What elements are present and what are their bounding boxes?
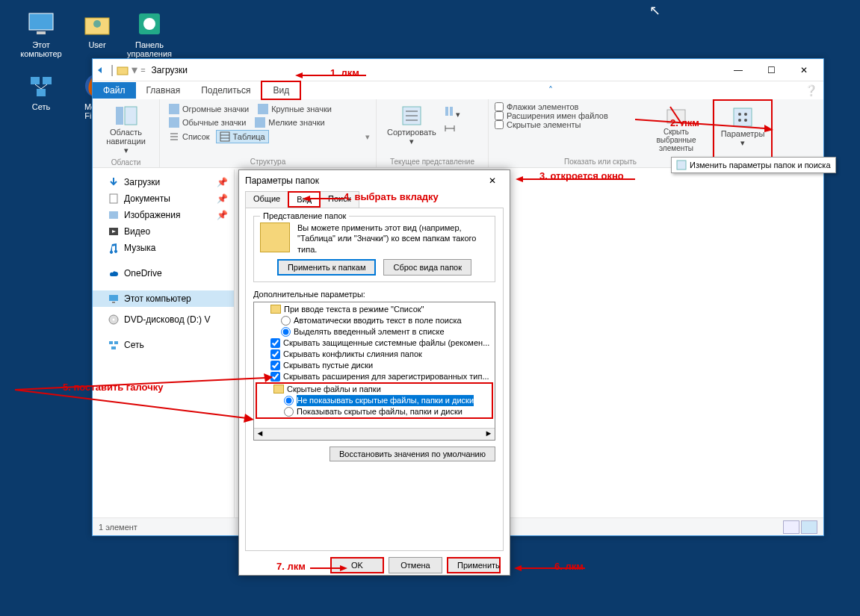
nav-dvd[interactable]: DVD-дисковод (D:) V <box>93 311 234 328</box>
view-details-icon[interactable] <box>783 520 799 534</box>
svg-rect-46 <box>112 302 115 303</box>
reset-folders-button[interactable]: Сброс вида папок <box>383 259 471 276</box>
restore-defaults-button[interactable]: Восстановить значения по умолчанию <box>330 447 495 461</box>
desktop-icon-control-panel[interactable]: Панель управления <box>123 9 176 58</box>
layout-list[interactable]: Список <box>166 131 213 143</box>
check-extensions[interactable]: Расширения имен файлов <box>495 111 646 120</box>
layout-large[interactable]: Крупные значки <box>255 103 335 115</box>
dialog-titlebar: Параметры папок ✕ <box>239 170 510 191</box>
adv-radio-select-typed[interactable]: Выделять введенный элемент в списке <box>254 326 495 337</box>
folder-mini-icon <box>273 385 284 393</box>
desktop-icon-label: Этот компьютер <box>15 40 67 58</box>
svg-point-3 <box>93 20 101 28</box>
svg-rect-30 <box>450 107 453 116</box>
back-forward-icon[interactable] <box>96 64 108 76</box>
layout-huge[interactable]: Огромные значки <box>166 103 252 115</box>
hide-icon <box>664 104 688 128</box>
nav-network[interactable]: Сеть <box>93 337 234 353</box>
svg-rect-42 <box>109 211 118 219</box>
adv-radio-show-hidden[interactable]: Показывать скрытые файлы, папки и диски <box>257 406 492 417</box>
apply-button[interactable]: Применить <box>447 557 501 573</box>
tab-share[interactable]: Поделиться <box>191 82 261 99</box>
options-tooltip: Изменить параметры папок и поиска <box>671 157 836 173</box>
dialog-tab-search[interactable]: Поиск <box>320 191 359 208</box>
scrollbar-horizontal[interactable]: ◄► <box>254 428 495 440</box>
adv-radio-auto-search[interactable]: Автоматически вводить текст в поле поиск… <box>254 315 495 326</box>
options-icon <box>731 105 755 129</box>
check-hidden[interactable]: Скрытые элементы <box>495 120 646 129</box>
downloads-icon <box>108 176 120 188</box>
nav-documents[interactable]: Документы📌 <box>93 190 234 207</box>
svg-marker-66 <box>514 565 522 571</box>
help-icon[interactable]: ❔ <box>805 84 817 96</box>
adv-check-hide-merge[interactable]: Скрывать конфликты слияния папок <box>254 349 495 360</box>
apply-to-folders-button[interactable]: Применить к папкам <box>277 259 377 276</box>
svg-rect-8 <box>37 89 46 96</box>
options-button[interactable]: Параметры▾ <box>720 104 765 149</box>
desktop-icon-label: User <box>71 40 123 49</box>
hide-selected-button[interactable]: Скрыть выбранные элементы <box>646 102 706 156</box>
user-folder-icon <box>82 9 112 39</box>
nav-music[interactable]: Музыка <box>93 240 234 256</box>
svg-rect-12 <box>117 67 128 75</box>
add-columns-icon[interactable]: ▾ <box>444 105 460 119</box>
expand-ribbon-icon[interactable]: ˄ <box>548 85 557 96</box>
tab-view[interactable]: Вид <box>261 81 301 100</box>
svg-rect-18 <box>255 117 265 128</box>
status-text: 1 элемент <box>99 523 137 532</box>
adv-check-hide-ext[interactable]: Скрывать расширения для зарегистрированн… <box>254 371 495 382</box>
view-large-icon[interactable] <box>801 520 817 534</box>
svg-rect-13 <box>116 107 123 125</box>
svg-rect-36 <box>734 108 752 126</box>
folder-mini-icon <box>270 305 281 314</box>
ok-button[interactable]: OK <box>330 557 384 573</box>
adv-check-hide-empty[interactable]: Скрывать пустые диски <box>254 360 495 371</box>
svg-rect-7 <box>43 77 52 84</box>
svg-rect-49 <box>109 341 113 344</box>
advanced-settings-list[interactable]: При вводе текста в режиме "Список" Автом… <box>253 302 495 441</box>
layout-table[interactable]: Таблица <box>216 130 269 143</box>
cursor-icon: ↖ <box>649 2 661 19</box>
dialog-close-button[interactable]: ✕ <box>481 172 504 189</box>
adv-radio-dont-show-hidden[interactable]: Не показывать скрытые файлы, папки и дис… <box>257 395 492 406</box>
network-icon <box>108 339 120 351</box>
nav-this-pc[interactable]: Этот компьютер <box>93 290 234 307</box>
computer-icon <box>108 293 120 305</box>
dialog-tab-view[interactable]: Вид <box>288 191 321 208</box>
close-button[interactable]: ✕ <box>788 60 820 81</box>
desktop-icon-user[interactable]: User <box>71 9 123 49</box>
size-columns-icon[interactable] <box>444 122 460 136</box>
layout-small[interactable]: Мелкие значки <box>252 116 327 128</box>
tab-home[interactable]: Главная <box>136 82 191 99</box>
nav-pane-button[interactable]: Область навигации ▾ <box>99 102 153 157</box>
dialog-title: Параметры папок <box>245 175 319 186</box>
navigation-pane: Загрузки📌 Документы📌 Изображения📌 Видео … <box>93 169 235 517</box>
tab-file[interactable]: Файл <box>93 82 136 99</box>
svg-line-9 <box>35 84 41 89</box>
dvd-icon <box>108 314 120 326</box>
nav-onedrive[interactable]: OneDrive <box>93 265 234 281</box>
svg-rect-51 <box>111 346 116 349</box>
desktop-icon-network[interactable]: Сеть <box>15 71 67 111</box>
nav-pictures[interactable]: Изображения📌 <box>93 207 234 223</box>
svg-rect-22 <box>220 132 229 141</box>
svg-rect-45 <box>109 295 118 301</box>
layout-medium[interactable]: Обычные значки <box>166 116 249 128</box>
folder-icon <box>260 223 290 252</box>
svg-rect-6 <box>31 77 40 84</box>
sort-button[interactable]: Сортировать▾ <box>383 102 441 156</box>
svg-rect-41 <box>110 194 117 203</box>
folder-options-dialog: Параметры папок ✕ Общие Вид Поиск Предст… <box>238 169 510 576</box>
check-item-checkboxes[interactable]: Флажки элементов <box>495 102 646 111</box>
nav-downloads[interactable]: Загрузки📌 <box>93 174 234 190</box>
dialog-tab-general[interactable]: Общие <box>245 191 288 208</box>
adv-check-hide-system[interactable]: Скрывать защищенные системные файлы (рек… <box>254 337 495 349</box>
nav-videos[interactable]: Видео <box>93 223 234 240</box>
svg-rect-16 <box>258 104 268 114</box>
maximize-button[interactable]: ☐ <box>755 60 788 81</box>
minimize-button[interactable]: — <box>722 60 755 81</box>
svg-rect-52 <box>677 161 686 169</box>
desktop-icon-this-pc[interactable]: Этот компьютер <box>15 9 67 58</box>
cancel-button[interactable]: Отмена <box>389 557 442 573</box>
svg-rect-50 <box>114 341 118 344</box>
